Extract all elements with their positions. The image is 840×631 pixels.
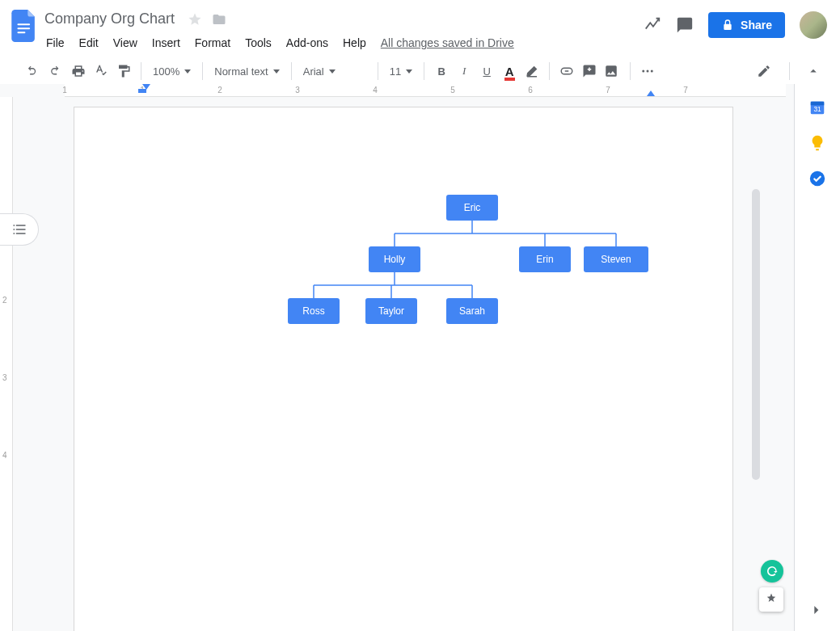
italic-icon[interactable]: I bbox=[454, 61, 475, 82]
org-node[interactable]: Erin bbox=[519, 246, 571, 272]
star-icon[interactable] bbox=[187, 11, 203, 27]
menu-edit[interactable]: Edit bbox=[74, 33, 104, 53]
insert-comment-icon[interactable] bbox=[579, 61, 600, 82]
right-indent-marker[interactable] bbox=[647, 90, 655, 96]
font-size-select[interactable]: 11 bbox=[385, 61, 417, 82]
left-indent-marker[interactable] bbox=[142, 84, 150, 90]
hide-sidepanel-icon[interactable] bbox=[808, 602, 827, 621]
org-node[interactable]: Sarah bbox=[446, 298, 498, 324]
spellcheck-icon[interactable] bbox=[91, 61, 112, 82]
svg-text:31: 31 bbox=[813, 106, 821, 113]
header-actions: Share bbox=[644, 6, 832, 39]
svg-point-4 bbox=[647, 70, 649, 73]
menu-help[interactable]: Help bbox=[337, 33, 372, 53]
redo-icon[interactable] bbox=[45, 61, 66, 82]
save-status[interactable]: All changes saved in Drive bbox=[375, 33, 520, 53]
tasks-icon[interactable] bbox=[808, 170, 826, 187]
caret-down-icon bbox=[406, 69, 412, 74]
document-page[interactable]: Eric Holly Erin Steven Ross Taylor Sarah bbox=[74, 107, 733, 631]
svg-point-5 bbox=[651, 70, 653, 73]
canvas[interactable]: Eric Holly Erin Steven Ross Taylor Sarah bbox=[13, 97, 794, 631]
separator bbox=[141, 62, 141, 80]
collapse-toolbar-icon[interactable] bbox=[803, 61, 824, 82]
caret-down-icon bbox=[184, 69, 191, 74]
title-area: Company Org Chart File Edit View Insert … bbox=[40, 6, 644, 53]
doc-title[interactable]: Company Org Chart bbox=[40, 8, 179, 30]
org-node[interactable]: Eric bbox=[446, 195, 498, 221]
menu-format[interactable]: Format bbox=[189, 33, 236, 53]
calendar-icon[interactable]: 31 bbox=[808, 99, 826, 116]
grammarly-fab[interactable] bbox=[761, 560, 783, 583]
insert-image-icon[interactable] bbox=[602, 61, 623, 82]
horizontal-ruler[interactable]: 1 1 2 3 4 5 6 7 7 bbox=[65, 84, 786, 97]
explore-fab[interactable] bbox=[759, 587, 783, 612]
menubar: File Edit View Insert Format Tools Add-o… bbox=[40, 30, 644, 53]
scrollbar-thumb[interactable] bbox=[752, 189, 760, 480]
menu-file[interactable]: File bbox=[40, 33, 70, 53]
svg-rect-2 bbox=[17, 32, 25, 33]
paint-format-icon[interactable] bbox=[113, 61, 134, 82]
zoom-select[interactable]: 100% bbox=[148, 61, 196, 82]
org-node[interactable]: Holly bbox=[369, 246, 420, 272]
style-select[interactable]: Normal text bbox=[209, 61, 284, 82]
svg-rect-0 bbox=[17, 23, 30, 25]
vertical-ruler[interactable]: 1 2 3 4 bbox=[0, 97, 13, 631]
org-node[interactable]: Ross bbox=[288, 298, 340, 324]
editing-mode-icon[interactable] bbox=[754, 61, 776, 82]
docs-logo[interactable] bbox=[8, 6, 40, 45]
keep-icon[interactable] bbox=[808, 134, 826, 152]
org-node[interactable]: Steven bbox=[584, 246, 648, 272]
svg-rect-7 bbox=[811, 102, 825, 106]
activity-icon[interactable] bbox=[644, 16, 661, 34]
bold-icon[interactable]: B bbox=[431, 61, 452, 82]
caret-down-icon bbox=[273, 69, 280, 74]
caret-down-icon bbox=[329, 69, 336, 74]
workspace: 1 1 2 3 4 5 6 7 7 1 2 3 4 bbox=[0, 84, 795, 631]
highlight-icon[interactable] bbox=[521, 61, 542, 82]
document-outline-toggle[interactable] bbox=[0, 213, 39, 246]
account-avatar[interactable] bbox=[800, 11, 827, 39]
share-label: Share bbox=[741, 19, 772, 32]
svg-rect-1 bbox=[17, 27, 30, 29]
menu-tools[interactable]: Tools bbox=[239, 33, 277, 53]
font-select[interactable]: Arial bbox=[298, 61, 371, 82]
menu-insert[interactable]: Insert bbox=[146, 33, 186, 53]
side-panel: 31 bbox=[795, 84, 840, 631]
underline-icon[interactable]: U bbox=[476, 61, 497, 82]
comments-icon[interactable] bbox=[676, 16, 694, 34]
more-icon[interactable] bbox=[637, 61, 658, 82]
print-icon[interactable] bbox=[68, 61, 89, 82]
menu-addons[interactable]: Add-ons bbox=[281, 33, 334, 53]
menu-view[interactable]: View bbox=[108, 33, 143, 53]
undo-icon[interactable] bbox=[23, 61, 44, 82]
toolbar: 100% Normal text Arial 11 B I U A bbox=[0, 56, 840, 86]
svg-point-3 bbox=[642, 70, 644, 73]
org-node[interactable]: Taylor bbox=[365, 298, 417, 324]
move-folder-icon[interactable] bbox=[211, 11, 227, 27]
insert-link-icon[interactable] bbox=[556, 61, 577, 82]
text-color-icon[interactable]: A bbox=[499, 61, 520, 82]
app-header: Company Org Chart File Edit View Insert … bbox=[0, 0, 840, 53]
share-button[interactable]: Share bbox=[708, 12, 785, 38]
